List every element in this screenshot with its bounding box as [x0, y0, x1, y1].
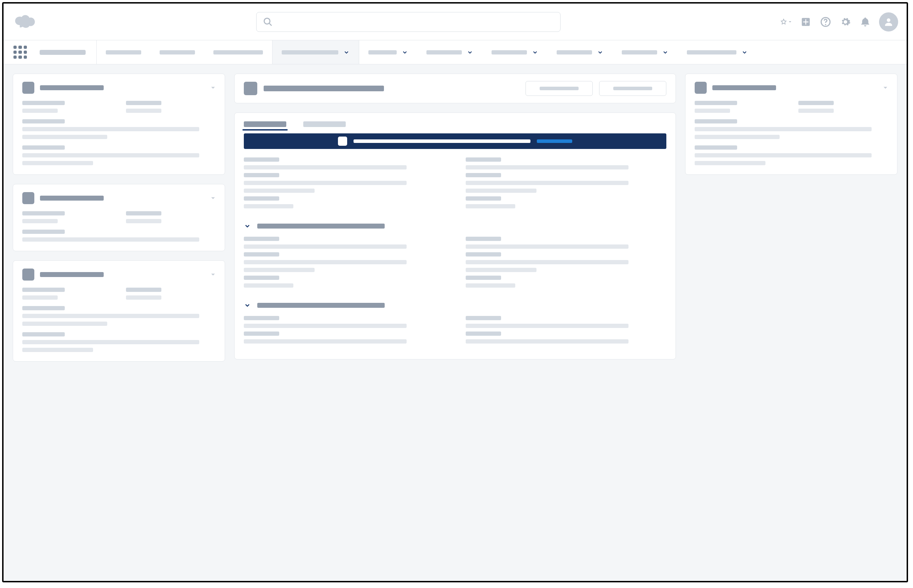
- field-label: [244, 276, 279, 280]
- nav-tab-2[interactable]: [204, 40, 272, 64]
- nav-tab-6[interactable]: [482, 40, 548, 64]
- field-label: [466, 252, 501, 257]
- field-label: [466, 316, 501, 320]
- field-label: [466, 173, 501, 177]
- card-menu[interactable]: [210, 271, 215, 278]
- record-action-0[interactable]: [525, 81, 593, 96]
- app-launcher[interactable]: [3, 40, 37, 64]
- field-value: [466, 260, 629, 264]
- nav-tab-8[interactable]: [612, 40, 678, 64]
- svg-point-0: [264, 18, 270, 24]
- page-body: [3, 65, 907, 581]
- card-icon: [695, 82, 707, 94]
- detail-section-2-head[interactable]: [244, 302, 666, 309]
- field-label: [22, 306, 65, 310]
- bell-icon: [860, 17, 871, 27]
- field-label: [22, 211, 65, 215]
- chevron-down-icon: [467, 49, 473, 55]
- favorites-button[interactable]: [780, 16, 792, 28]
- detail-section-0: [244, 157, 666, 212]
- card-title: [713, 85, 776, 90]
- banner-link[interactable]: [537, 139, 572, 143]
- field-value: [126, 108, 162, 113]
- field-label: [695, 145, 737, 150]
- global-search[interactable]: [256, 12, 561, 32]
- card-title: [40, 85, 104, 90]
- svg-rect-4: [803, 21, 809, 22]
- svg-point-7: [887, 18, 890, 22]
- field-label: [244, 173, 279, 177]
- card-title: [40, 272, 104, 277]
- field-label: [244, 196, 279, 200]
- field-label: [466, 237, 501, 241]
- right-column: [685, 74, 897, 572]
- detail-tab-0[interactable]: [244, 121, 286, 127]
- setup-button[interactable]: [839, 16, 852, 28]
- field-label: [22, 288, 65, 292]
- field-label: [244, 316, 279, 320]
- field-value: [244, 268, 315, 272]
- field-value: [466, 268, 536, 272]
- field-value: [695, 108, 730, 113]
- app-nav-bar: [3, 40, 907, 65]
- record-title: [263, 86, 384, 91]
- banner-message: [354, 139, 530, 143]
- global-search-input[interactable]: [273, 18, 554, 26]
- field-label: [244, 157, 279, 162]
- nav-tab-5[interactable]: [417, 40, 482, 64]
- record-icon: [244, 82, 257, 95]
- nav-tab-3[interactable]: [272, 40, 359, 64]
- field-value: [22, 348, 93, 352]
- field-value: [244, 204, 293, 208]
- record-action-1[interactable]: [599, 81, 666, 96]
- record-detail-card: [234, 113, 676, 359]
- help-button[interactable]: [819, 16, 832, 28]
- left-card-0: [13, 74, 225, 175]
- field-label: [466, 331, 501, 336]
- nav-tab-9[interactable]: [678, 40, 757, 64]
- chevron-down-icon: [742, 49, 748, 55]
- nav-tabs: [97, 40, 907, 64]
- star-icon: [780, 17, 787, 27]
- field-label: [244, 331, 279, 336]
- field-value: [244, 189, 315, 193]
- profile-avatar[interactable]: [879, 12, 898, 31]
- gear-icon: [840, 17, 851, 27]
- field-label: [695, 119, 737, 123]
- field-value: [695, 127, 872, 131]
- detail-section-1-head[interactable]: [244, 223, 666, 229]
- chevron-down-icon: [210, 273, 215, 276]
- chevron-down-icon: [343, 49, 350, 55]
- nav-tab-1[interactable]: [150, 40, 204, 64]
- field-label: [22, 332, 65, 336]
- field-value: [22, 153, 199, 157]
- field-label: [466, 196, 501, 200]
- field-value: [466, 283, 515, 288]
- nav-tab-0[interactable]: [97, 40, 150, 64]
- current-app-name: [37, 40, 97, 64]
- chevron-down-icon: [597, 49, 603, 55]
- field-value: [695, 135, 780, 139]
- field-value: [22, 321, 107, 326]
- field-value: [22, 314, 199, 318]
- chevron-down-icon: [244, 223, 251, 229]
- header-utility-icons: [780, 12, 898, 31]
- chevron-down-icon: [244, 302, 251, 309]
- detail-tab-1[interactable]: [303, 121, 346, 127]
- detail-section-2: [244, 316, 666, 347]
- field-value: [466, 165, 629, 170]
- section-heading: [257, 303, 385, 308]
- plus-icon: [800, 17, 811, 27]
- detail-section-1: [244, 237, 666, 291]
- nav-tab-7[interactable]: [548, 40, 612, 64]
- person-icon: [883, 17, 894, 27]
- notifications-button[interactable]: [859, 16, 871, 28]
- field-label: [126, 211, 162, 215]
- chevron-down-icon: [210, 196, 215, 200]
- global-add-button[interactable]: [800, 16, 812, 28]
- card-menu[interactable]: [210, 195, 215, 201]
- nav-tab-4[interactable]: [359, 40, 417, 64]
- card-menu[interactable]: [883, 84, 888, 91]
- card-menu[interactable]: [210, 84, 215, 91]
- field-value: [244, 181, 407, 185]
